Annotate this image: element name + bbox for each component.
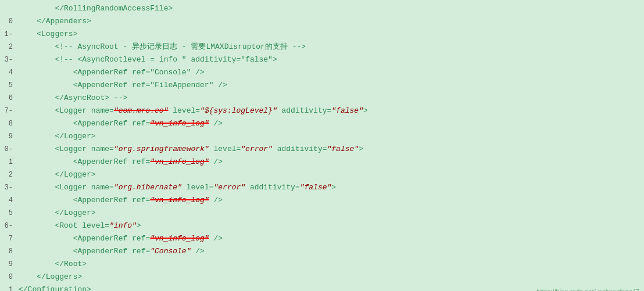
attr-value: "org.springframework" xyxy=(114,145,209,153)
xml-tag: </Logger> xyxy=(55,209,95,217)
code-line: 5 <AppenderRef ref="FileAppender" /> xyxy=(0,79,644,92)
xml-tag: /> xyxy=(209,119,223,128)
attr-value: "info" xyxy=(109,221,137,230)
line-number: 1 xyxy=(2,283,19,291)
code-line: 0 </Loggers> xyxy=(0,271,644,283)
attr-value: "Console" xyxy=(150,247,191,256)
attr-value-strikethrough: "vn_info_log" xyxy=(150,119,209,128)
code-line: 8 <AppenderRef ref="vn_info_log" /> xyxy=(0,117,644,130)
attr-value: "false" xyxy=(331,106,363,115)
xml-tag: /> xyxy=(209,196,223,204)
xml-comment: </AsyncRoot> --> xyxy=(55,94,127,102)
line-text: <Loggers> xyxy=(19,28,77,41)
line-text: <Logger name="com.mro.eo" level="${sys:l… xyxy=(19,105,368,117)
line-text: </Logger> xyxy=(19,130,96,143)
xml-tag: additivity= xyxy=(277,106,332,115)
xml-tag: <Logger name= xyxy=(55,145,113,153)
xml-tag: <AppenderRef ref= xyxy=(73,196,151,204)
xml-tag: level= xyxy=(182,183,214,192)
line-number: 8 xyxy=(2,117,19,130)
line-text: <Root level="info"> xyxy=(19,220,141,232)
xml-tag: <AppenderRef ref= xyxy=(73,247,151,256)
line-text: <AppenderRef ref="Console" /> xyxy=(19,66,205,79)
code-line: 7- <Logger name="com.mro.eo" level="${sy… xyxy=(0,105,644,117)
xml-tag: </Loggers> xyxy=(37,272,82,281)
line-text: </Root> xyxy=(19,258,87,271)
line-number: 9 xyxy=(2,258,19,271)
attr-value-strikethrough: "com.mro.eo" xyxy=(114,106,169,115)
attr-value: "false" xyxy=(300,183,332,192)
line-text: <AppenderRef ref="vn_info_log" /> xyxy=(19,117,223,130)
code-line: 1 <AppenderRef ref="vn_info_log" /> xyxy=(0,156,644,168)
line-text: <Logger name="org.springframework" level… xyxy=(19,143,363,156)
line-text: <AppenderRef ref="Console" /> xyxy=(19,245,205,258)
line-number: 1 xyxy=(2,156,19,168)
code-line: 3- <Logger name="org.hibernate" level="e… xyxy=(0,181,644,194)
line-text: <AppenderRef ref="FileAppender" /> xyxy=(19,79,227,92)
code-line: 4 <AppenderRef ref="vn_info_log" /> xyxy=(0,194,644,207)
code-line: 7 <AppenderRef ref="vn_info_log" /> xyxy=(0,232,644,245)
xml-tag: additivity= xyxy=(273,145,327,153)
xml-tag: </Appenders> xyxy=(37,17,91,26)
xml-tag: > xyxy=(137,221,141,230)
xml-comment: <!-- <AsyncRootlevel = info " additivity… xyxy=(55,55,277,64)
xml-tag: </Root> xyxy=(55,260,87,268)
line-text: <!-- <AsyncRootlevel = info " additivity… xyxy=(19,53,277,66)
code-line: 5 </Logger> xyxy=(0,207,644,220)
code-line: </RollingRandomAccessFile> xyxy=(0,2,644,15)
line-number: 2 xyxy=(2,168,19,181)
line-number: 2 xyxy=(2,41,19,53)
line-text: </Loggers> xyxy=(19,271,82,283)
code-line: 2 </Logger> xyxy=(0,168,644,181)
xml-tag: <AppenderRef ref="Console" /> xyxy=(73,68,205,77)
line-text: <AppenderRef ref="vn_info_log" /> xyxy=(19,156,223,168)
line-number: 0 xyxy=(2,271,19,283)
line-number: 7- xyxy=(2,105,19,117)
line-text: </Logger> xyxy=(19,168,96,181)
code-line: 2 <!-- AsyncRoot - 异步记录日志 - 需要LMAXDisrup… xyxy=(0,41,644,53)
line-text: <Logger name="org.hibernate" level="erro… xyxy=(19,181,336,194)
xml-tag: <Loggers> xyxy=(37,30,77,38)
xml-tag: <AppenderRef ref= xyxy=(73,119,151,128)
xml-tag: /> xyxy=(209,157,223,166)
code-line: 9 </Root> xyxy=(0,258,644,271)
xml-tag: <AppenderRef ref="FileAppender" /> xyxy=(73,81,227,89)
code-line: 0- <Logger name="org.springframework" le… xyxy=(0,143,644,156)
line-number: 5 xyxy=(2,79,19,92)
line-number: 6- xyxy=(2,220,19,232)
xml-tag: > xyxy=(363,106,368,115)
attr-value: "org.hibernate" xyxy=(114,183,182,192)
xml-tag: > xyxy=(331,183,336,192)
xml-tag: <AppenderRef ref= xyxy=(73,157,151,166)
attr-value-strikethrough: "vn_info_log" xyxy=(150,157,209,166)
xml-comment: <!-- AsyncRoot - 异步记录日志 - 需要LMAXDisrupto… xyxy=(55,42,306,51)
line-number: 9 xyxy=(2,130,19,143)
attr-value: "error" xyxy=(213,183,245,192)
code-line: 4 <AppenderRef ref="Console" /> xyxy=(0,66,644,79)
line-text: </AsyncRoot> --> xyxy=(19,92,127,105)
line-number: 5 xyxy=(2,207,19,220)
xml-tag: level= xyxy=(168,106,200,115)
xml-tag: </Configuration> xyxy=(19,285,91,291)
attr-value-strikethrough: "vn_info_log" xyxy=(150,196,209,204)
line-number: 1- xyxy=(2,28,19,41)
xml-tag: <Logger name= xyxy=(55,183,113,192)
code-block: </RollingRandomAccessFile>0 </Appenders>… xyxy=(0,0,644,291)
line-text: <!-- AsyncRoot - 异步记录日志 - 需要LMAXDisrupto… xyxy=(19,41,306,53)
line-number: 0- xyxy=(2,143,19,156)
line-number: 4 xyxy=(2,194,19,207)
xml-tag: </Logger> xyxy=(55,132,95,141)
code-line: 3- <!-- <AsyncRootlevel = info " additiv… xyxy=(0,53,644,66)
code-line: 0 </Appenders> xyxy=(0,15,644,28)
line-text: </Configuration> xyxy=(19,283,91,291)
attr-value: "${sys:logLevel}" xyxy=(200,106,277,115)
line-number: 4 xyxy=(2,66,19,79)
line-number: 3- xyxy=(2,53,19,66)
code-line: 9 </Logger> xyxy=(0,130,644,143)
code-line: 6- <Root level="info"> xyxy=(0,220,644,232)
watermark: https://blog.csdn.net/yechangfeng47 xyxy=(536,288,639,291)
code-line: 6 </AsyncRoot> --> xyxy=(0,92,644,105)
xml-tag: > xyxy=(359,145,363,153)
xml-tag: additivity= xyxy=(245,183,300,192)
line-number: 7 xyxy=(2,232,19,245)
